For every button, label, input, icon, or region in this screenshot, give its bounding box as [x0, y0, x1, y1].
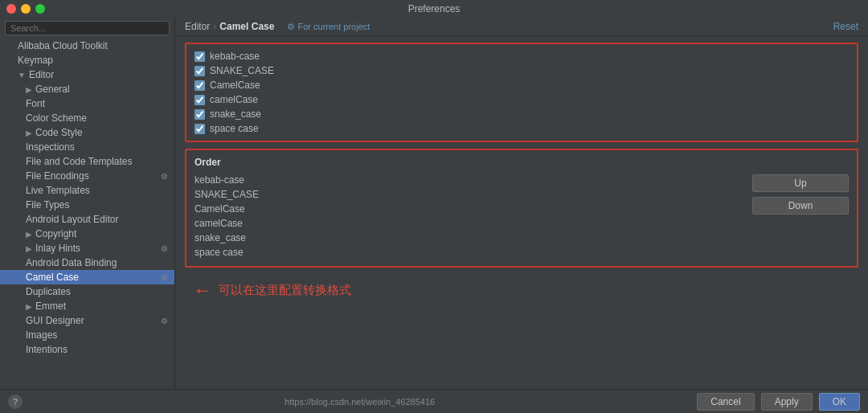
- sidebar-item-14[interactable]: ▶Inlay Hints⚙: [0, 241, 174, 256]
- sidebar-item-label: Images: [26, 329, 57, 341]
- sidebar-item-16[interactable]: Camel Case⚙: [0, 270, 174, 284]
- sidebar-item-label: GUI Designer: [26, 315, 84, 326]
- checkbox-row-0: kebab-case: [194, 49, 849, 63]
- checkbox-row-2: CamelCase: [194, 78, 849, 92]
- sidebar-item-18[interactable]: ▶Emmet: [0, 299, 174, 313]
- sidebar-item-13[interactable]: ▶Copyright: [0, 227, 174, 241]
- close-button[interactable]: [6, 4, 16, 14]
- help-button[interactable]: ?: [8, 395, 23, 409]
- annotation-text: 可以在这里配置转换格式: [219, 283, 351, 298]
- sidebar-item-2[interactable]: ▼Editor: [0, 67, 174, 82]
- sidebar-item-label: Inspections: [26, 141, 75, 153]
- sidebar-item-label: Android Data Binding: [26, 257, 117, 268]
- sidebar-item-label: File and Code Templates: [26, 156, 133, 167]
- checkbox-4[interactable]: [194, 109, 205, 120]
- checkbox-3[interactable]: [194, 95, 205, 105]
- order-title: Order: [194, 157, 746, 168]
- sidebar-item-4[interactable]: Font: [0, 96, 174, 111]
- sidebar-item-7[interactable]: Inspections: [0, 140, 174, 154]
- panels-container: kebab-caseSNAKE_CASECamelCasecamelCasesn…: [175, 36, 868, 389]
- settings-icon: ⚙: [161, 317, 168, 325]
- order-item-1[interactable]: SNAKE_CASE: [194, 187, 746, 202]
- sidebar-item-17[interactable]: Duplicates: [0, 284, 174, 299]
- checkbox-0[interactable]: [194, 51, 205, 62]
- sidebar-item-label: Editor: [29, 69, 54, 80]
- sidebar-item-20[interactable]: Images: [0, 328, 174, 342]
- sidebar-item-label: Copyright: [35, 228, 76, 239]
- annotation-arrow-icon: ←: [193, 279, 212, 301]
- checkbox-label-4: snake_case: [210, 108, 261, 120]
- sidebar-search-container: [0, 18, 174, 39]
- checkbox-label-2: CamelCase: [210, 80, 260, 91]
- project-link[interactable]: ⚙ For current project: [287, 22, 370, 32]
- sidebar-arrow-icon: ▶: [26, 85, 32, 94]
- sidebar-item-1[interactable]: Keymap: [0, 53, 174, 67]
- settings-icon: ⚙: [161, 273, 168, 282]
- sidebar-item-6[interactable]: ▶Code Style: [0, 125, 174, 140]
- sidebar-item-11[interactable]: File Types: [0, 198, 174, 212]
- sidebar-item-21[interactable]: Intentions: [0, 342, 174, 357]
- sidebar-item-10[interactable]: Live Templates: [0, 183, 174, 198]
- sidebar-item-label: Camel Case: [26, 272, 79, 283]
- bottom-right-buttons: Cancel Apply OK: [697, 393, 860, 411]
- apply-button[interactable]: Apply: [761, 393, 813, 411]
- sidebar-arrow-icon: ▶: [26, 244, 32, 253]
- order-item-3[interactable]: camelCase: [194, 216, 746, 231]
- sidebar-item-label: Duplicates: [26, 286, 71, 297]
- checkbox-label-5: space case: [210, 123, 259, 134]
- sidebar-item-3[interactable]: ▶General: [0, 82, 174, 96]
- sidebar-item-15[interactable]: Android Data Binding: [0, 256, 174, 270]
- sidebar-item-label: Live Templates: [26, 185, 90, 196]
- sidebar-item-9[interactable]: File Encodings⚙: [0, 169, 174, 183]
- sidebar-item-19[interactable]: GUI Designer⚙: [0, 313, 174, 328]
- sidebar-item-label: Code Style: [35, 127, 83, 138]
- sidebar-item-8[interactable]: File and Code Templates: [0, 154, 174, 169]
- sidebar-arrow-icon: ▶: [26, 230, 32, 239]
- order-panel: Order kebab-caseSNAKE_CASECamelCasecamel…: [185, 149, 858, 268]
- checkbox-2[interactable]: [194, 80, 205, 91]
- cancel-button[interactable]: Cancel: [697, 393, 754, 411]
- maximize-button[interactable]: [35, 4, 45, 14]
- sidebar-item-12[interactable]: Android Layout Editor: [0, 212, 174, 227]
- breadcrumb-parent: Editor: [185, 21, 210, 32]
- order-item-5[interactable]: space case: [194, 245, 746, 260]
- minimize-button[interactable]: [21, 4, 31, 14]
- checkbox-row-4: snake_case: [194, 107, 849, 121]
- checkbox-1[interactable]: [194, 66, 205, 76]
- sidebar-item-label: Font: [26, 98, 45, 109]
- main-layout: Alibaba Cloud ToolkitKeymap▼Editor▶Gener…: [0, 18, 868, 389]
- checkbox-row-1: SNAKE_CASE: [194, 63, 849, 78]
- sidebar: Alibaba Cloud ToolkitKeymap▼Editor▶Gener…: [0, 18, 175, 389]
- sidebar-item-label: File Encodings: [26, 170, 89, 182]
- sidebar-item-label: File Types: [26, 199, 69, 211]
- breadcrumb-current: Camel Case: [219, 21, 274, 32]
- sidebar-item-0[interactable]: Alibaba Cloud Toolkit: [0, 39, 174, 53]
- ok-button[interactable]: OK: [819, 393, 860, 411]
- checkbox-row-5: space case: [194, 121, 849, 136]
- sidebar-item-label: General: [35, 84, 70, 95]
- window-controls: [6, 4, 45, 14]
- order-item-2[interactable]: CamelCase: [194, 202, 746, 216]
- settings-icon: ⚙: [161, 172, 168, 181]
- reset-button[interactable]: Reset: [833, 21, 858, 32]
- sidebar-item-5[interactable]: Color Scheme: [0, 111, 174, 125]
- checkbox-label-1: SNAKE_CASE: [210, 65, 274, 76]
- down-button[interactable]: Down: [752, 197, 849, 215]
- breadcrumb: Editor › Camel Case ⚙ For current projec…: [185, 21, 370, 32]
- settings-icon: ⚙: [161, 244, 168, 253]
- checkbox-5[interactable]: [194, 124, 205, 134]
- sidebar-item-label: Keymap: [18, 55, 53, 66]
- sidebar-item-label: Emmet: [35, 301, 66, 312]
- order-item-0[interactable]: kebab-case: [194, 173, 746, 187]
- sidebar-item-label: Alibaba Cloud Toolkit: [18, 40, 108, 51]
- search-input[interactable]: [5, 21, 170, 35]
- checkbox-label-3: camelCase: [210, 94, 258, 105]
- up-button[interactable]: Up: [752, 174, 849, 192]
- checkbox-panel: kebab-caseSNAKE_CASECamelCasecamelCasesn…: [185, 43, 858, 142]
- checkbox-label-0: kebab-case: [210, 51, 260, 62]
- order-list: Order kebab-caseSNAKE_CASECamelCasecamel…: [194, 157, 746, 260]
- url-label: https://blog.csdn.net/weixin_46285416: [285, 397, 435, 407]
- sidebar-item-label: Intentions: [26, 344, 68, 355]
- content-area: Editor › Camel Case ⚙ For current projec…: [175, 18, 868, 389]
- order-item-4[interactable]: snake_case: [194, 231, 746, 245]
